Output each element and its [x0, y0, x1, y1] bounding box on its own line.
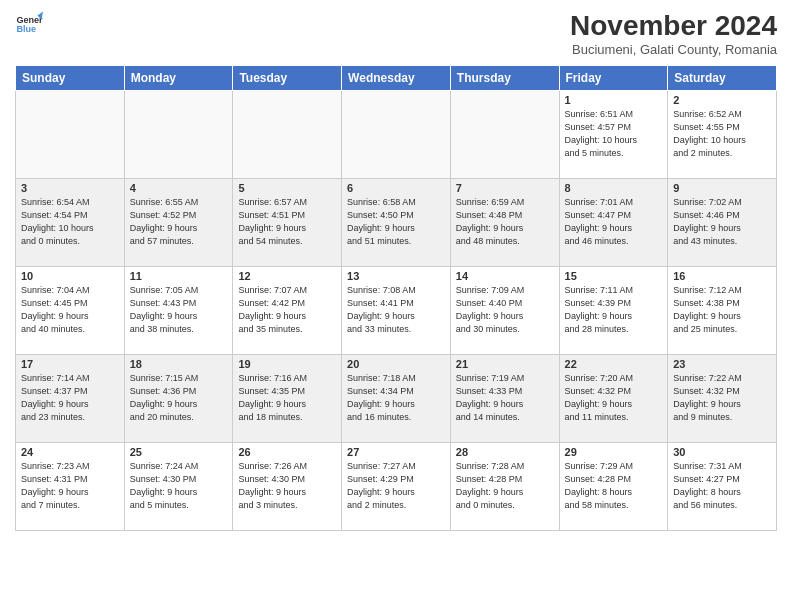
- calendar-cell: 14Sunrise: 7:09 AM Sunset: 4:40 PM Dayli…: [450, 267, 559, 355]
- day-number: 23: [673, 358, 771, 370]
- week-row-4: 17Sunrise: 7:14 AM Sunset: 4:37 PM Dayli…: [16, 355, 777, 443]
- calendar-table: SundayMondayTuesdayWednesdayThursdayFrid…: [15, 65, 777, 531]
- weekday-header-saturday: Saturday: [668, 66, 777, 91]
- day-info: Sunrise: 6:58 AM Sunset: 4:50 PM Dayligh…: [347, 196, 445, 248]
- day-info: Sunrise: 7:28 AM Sunset: 4:28 PM Dayligh…: [456, 460, 554, 512]
- day-number: 1: [565, 94, 663, 106]
- day-number: 9: [673, 182, 771, 194]
- calendar-cell: 5Sunrise: 6:57 AM Sunset: 4:51 PM Daylig…: [233, 179, 342, 267]
- location-subtitle: Buciumeni, Galati County, Romania: [570, 42, 777, 57]
- day-number: 25: [130, 446, 228, 458]
- day-number: 8: [565, 182, 663, 194]
- calendar-cell: [450, 91, 559, 179]
- calendar-cell: 18Sunrise: 7:15 AM Sunset: 4:36 PM Dayli…: [124, 355, 233, 443]
- month-title: November 2024: [570, 10, 777, 42]
- calendar-cell: [16, 91, 125, 179]
- day-number: 18: [130, 358, 228, 370]
- day-number: 19: [238, 358, 336, 370]
- day-info: Sunrise: 7:07 AM Sunset: 4:42 PM Dayligh…: [238, 284, 336, 336]
- day-number: 21: [456, 358, 554, 370]
- header: General Blue November 2024 Buciumeni, Ga…: [15, 10, 777, 57]
- day-info: Sunrise: 7:15 AM Sunset: 4:36 PM Dayligh…: [130, 372, 228, 424]
- day-number: 17: [21, 358, 119, 370]
- day-info: Sunrise: 7:18 AM Sunset: 4:34 PM Dayligh…: [347, 372, 445, 424]
- day-info: Sunrise: 6:51 AM Sunset: 4:57 PM Dayligh…: [565, 108, 663, 160]
- day-info: Sunrise: 6:54 AM Sunset: 4:54 PM Dayligh…: [21, 196, 119, 248]
- calendar-cell: 16Sunrise: 7:12 AM Sunset: 4:38 PM Dayli…: [668, 267, 777, 355]
- calendar-cell: 4Sunrise: 6:55 AM Sunset: 4:52 PM Daylig…: [124, 179, 233, 267]
- day-number: 10: [21, 270, 119, 282]
- day-info: Sunrise: 7:31 AM Sunset: 4:27 PM Dayligh…: [673, 460, 771, 512]
- day-info: Sunrise: 6:59 AM Sunset: 4:48 PM Dayligh…: [456, 196, 554, 248]
- day-info: Sunrise: 7:20 AM Sunset: 4:32 PM Dayligh…: [565, 372, 663, 424]
- day-number: 11: [130, 270, 228, 282]
- day-number: 20: [347, 358, 445, 370]
- day-number: 3: [21, 182, 119, 194]
- week-row-3: 10Sunrise: 7:04 AM Sunset: 4:45 PM Dayli…: [16, 267, 777, 355]
- calendar-cell: 23Sunrise: 7:22 AM Sunset: 4:32 PM Dayli…: [668, 355, 777, 443]
- day-info: Sunrise: 7:09 AM Sunset: 4:40 PM Dayligh…: [456, 284, 554, 336]
- calendar-cell: 29Sunrise: 7:29 AM Sunset: 4:28 PM Dayli…: [559, 443, 668, 531]
- calendar-cell: 17Sunrise: 7:14 AM Sunset: 4:37 PM Dayli…: [16, 355, 125, 443]
- calendar-cell: 3Sunrise: 6:54 AM Sunset: 4:54 PM Daylig…: [16, 179, 125, 267]
- logo-icon: General Blue: [15, 10, 43, 38]
- calendar-cell: 11Sunrise: 7:05 AM Sunset: 4:43 PM Dayli…: [124, 267, 233, 355]
- day-info: Sunrise: 7:11 AM Sunset: 4:39 PM Dayligh…: [565, 284, 663, 336]
- svg-text:Blue: Blue: [16, 24, 36, 34]
- calendar-cell: [233, 91, 342, 179]
- calendar-cell: 22Sunrise: 7:20 AM Sunset: 4:32 PM Dayli…: [559, 355, 668, 443]
- calendar-cell: 27Sunrise: 7:27 AM Sunset: 4:29 PM Dayli…: [342, 443, 451, 531]
- day-number: 16: [673, 270, 771, 282]
- page: General Blue November 2024 Buciumeni, Ga…: [0, 0, 792, 612]
- week-row-1: 1Sunrise: 6:51 AM Sunset: 4:57 PM Daylig…: [16, 91, 777, 179]
- day-number: 6: [347, 182, 445, 194]
- day-info: Sunrise: 7:02 AM Sunset: 4:46 PM Dayligh…: [673, 196, 771, 248]
- day-info: Sunrise: 7:05 AM Sunset: 4:43 PM Dayligh…: [130, 284, 228, 336]
- day-info: Sunrise: 7:19 AM Sunset: 4:33 PM Dayligh…: [456, 372, 554, 424]
- day-number: 26: [238, 446, 336, 458]
- calendar-cell: 25Sunrise: 7:24 AM Sunset: 4:30 PM Dayli…: [124, 443, 233, 531]
- calendar-cell: [124, 91, 233, 179]
- weekday-header-wednesday: Wednesday: [342, 66, 451, 91]
- day-info: Sunrise: 6:57 AM Sunset: 4:51 PM Dayligh…: [238, 196, 336, 248]
- calendar-cell: 1Sunrise: 6:51 AM Sunset: 4:57 PM Daylig…: [559, 91, 668, 179]
- day-info: Sunrise: 7:22 AM Sunset: 4:32 PM Dayligh…: [673, 372, 771, 424]
- day-number: 28: [456, 446, 554, 458]
- day-info: Sunrise: 6:52 AM Sunset: 4:55 PM Dayligh…: [673, 108, 771, 160]
- day-number: 12: [238, 270, 336, 282]
- calendar-cell: 7Sunrise: 6:59 AM Sunset: 4:48 PM Daylig…: [450, 179, 559, 267]
- weekday-header-monday: Monday: [124, 66, 233, 91]
- day-info: Sunrise: 7:29 AM Sunset: 4:28 PM Dayligh…: [565, 460, 663, 512]
- day-number: 27: [347, 446, 445, 458]
- weekday-header-tuesday: Tuesday: [233, 66, 342, 91]
- calendar-cell: 24Sunrise: 7:23 AM Sunset: 4:31 PM Dayli…: [16, 443, 125, 531]
- day-info: Sunrise: 7:24 AM Sunset: 4:30 PM Dayligh…: [130, 460, 228, 512]
- day-info: Sunrise: 7:08 AM Sunset: 4:41 PM Dayligh…: [347, 284, 445, 336]
- day-info: Sunrise: 7:16 AM Sunset: 4:35 PM Dayligh…: [238, 372, 336, 424]
- weekday-header-thursday: Thursday: [450, 66, 559, 91]
- calendar-cell: 10Sunrise: 7:04 AM Sunset: 4:45 PM Dayli…: [16, 267, 125, 355]
- day-number: 15: [565, 270, 663, 282]
- week-row-5: 24Sunrise: 7:23 AM Sunset: 4:31 PM Dayli…: [16, 443, 777, 531]
- day-number: 30: [673, 446, 771, 458]
- calendar-cell: 2Sunrise: 6:52 AM Sunset: 4:55 PM Daylig…: [668, 91, 777, 179]
- calendar-cell: 12Sunrise: 7:07 AM Sunset: 4:42 PM Dayli…: [233, 267, 342, 355]
- day-info: Sunrise: 7:01 AM Sunset: 4:47 PM Dayligh…: [565, 196, 663, 248]
- calendar-cell: 9Sunrise: 7:02 AM Sunset: 4:46 PM Daylig…: [668, 179, 777, 267]
- weekday-header-friday: Friday: [559, 66, 668, 91]
- calendar-cell: 15Sunrise: 7:11 AM Sunset: 4:39 PM Dayli…: [559, 267, 668, 355]
- logo-area: General Blue: [15, 10, 43, 38]
- title-area: November 2024 Buciumeni, Galati County, …: [570, 10, 777, 57]
- day-info: Sunrise: 7:26 AM Sunset: 4:30 PM Dayligh…: [238, 460, 336, 512]
- day-info: Sunrise: 7:04 AM Sunset: 4:45 PM Dayligh…: [21, 284, 119, 336]
- calendar-cell: 28Sunrise: 7:28 AM Sunset: 4:28 PM Dayli…: [450, 443, 559, 531]
- day-info: Sunrise: 7:23 AM Sunset: 4:31 PM Dayligh…: [21, 460, 119, 512]
- day-info: Sunrise: 7:12 AM Sunset: 4:38 PM Dayligh…: [673, 284, 771, 336]
- calendar-cell: 13Sunrise: 7:08 AM Sunset: 4:41 PM Dayli…: [342, 267, 451, 355]
- day-number: 14: [456, 270, 554, 282]
- day-number: 24: [21, 446, 119, 458]
- calendar-cell: 20Sunrise: 7:18 AM Sunset: 4:34 PM Dayli…: [342, 355, 451, 443]
- week-row-2: 3Sunrise: 6:54 AM Sunset: 4:54 PM Daylig…: [16, 179, 777, 267]
- day-number: 22: [565, 358, 663, 370]
- calendar-cell: 6Sunrise: 6:58 AM Sunset: 4:50 PM Daylig…: [342, 179, 451, 267]
